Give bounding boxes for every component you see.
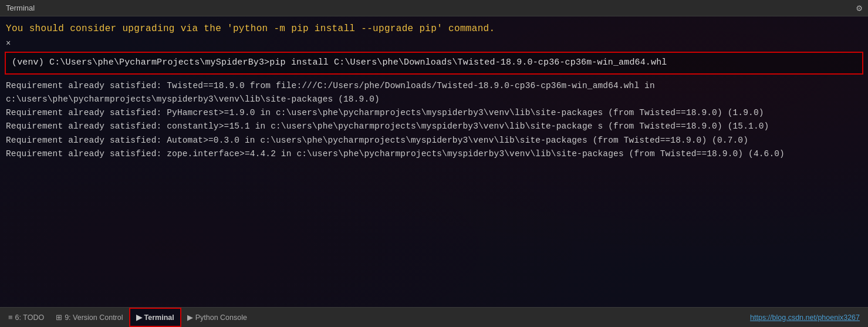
title-bar: Terminal ⚙ <box>0 0 868 16</box>
status-url[interactable]: https://blog.csdn.net/phoenix3267 <box>750 313 866 322</box>
todo-icon: ≡ <box>8 313 13 322</box>
status-item-version-control[interactable]: ⊞9: Version Control <box>50 308 129 327</box>
status-bar: ≡6: TODO⊞9: Version Control▶Terminal▶Pyt… <box>0 307 868 327</box>
output-line-4: Requirement already satisfied: Automat>=… <box>6 134 862 147</box>
terminal-icon: ▶ <box>136 313 142 322</box>
status-item-python-console[interactable]: ▶Python Console <box>181 308 253 327</box>
status-item-todo[interactable]: ≡6: TODO <box>2 308 50 327</box>
terminal-body: You should consider upgrading via the 'p… <box>0 16 868 307</box>
output-section: Requirement already satisfied: Twisted==… <box>0 77 868 163</box>
output-line-5: Requirement already satisfied: zope.inte… <box>6 147 862 161</box>
output-line-2: Requirement already satisfied: PyHamcres… <box>6 106 862 120</box>
command-line: (venv) C:\Users\phe\PycharmProjects\mySp… <box>12 56 856 70</box>
gear-icon[interactable]: ⚙ <box>856 2 862 14</box>
status-left: ≡6: TODO⊞9: Version Control▶Terminal▶Pyt… <box>2 308 253 327</box>
version-control-icon: ⊞ <box>56 313 62 322</box>
warning-line: You should consider upgrading via the 'p… <box>0 19 868 38</box>
terminal-window: Terminal ⚙ You should consider upgrading… <box>0 0 868 327</box>
output-line-1: Requirement already satisfied: Twisted==… <box>6 79 862 106</box>
output-line-3: Requirement already satisfied: constantl… <box>6 120 862 133</box>
python-console-icon: ▶ <box>187 313 193 322</box>
status-item-terminal[interactable]: ▶Terminal <box>129 308 181 327</box>
command-block: (venv) C:\Users\phe\PycharmProjects\mySp… <box>5 52 863 75</box>
close-icon[interactable]: × <box>0 38 16 49</box>
title-bar-title: Terminal <box>6 4 35 12</box>
